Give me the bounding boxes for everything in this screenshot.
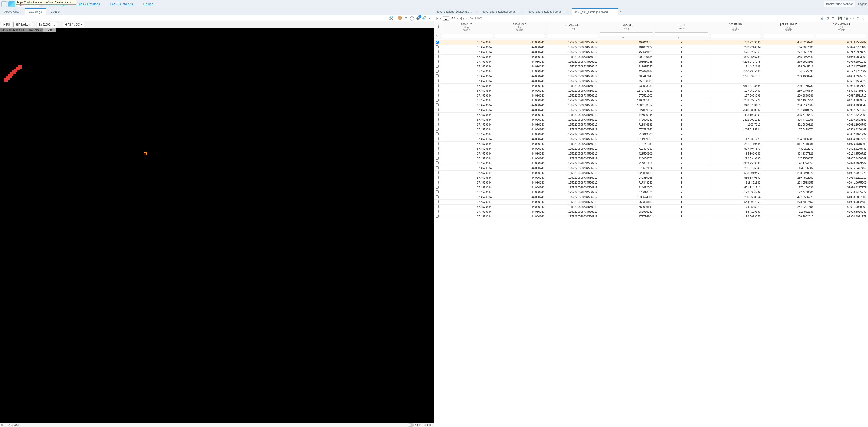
row-checkbox[interactable]: [436, 176, 439, 179]
column-header[interactable]: expMidptMJD(d)double: [815, 22, 868, 32]
table-row[interactable]: 67.4579634-44.08024312522205987345562129…: [434, 108, 868, 113]
column-header[interactable]: diaObjectIdlong: [546, 22, 599, 32]
table-row[interactable]: 67.4579634-44.08024312522205987345562129…: [434, 84, 868, 88]
row-checkbox[interactable]: [436, 50, 439, 53]
table-row[interactable]: 67.4579634-44.08024312522205987345562124…: [434, 151, 868, 156]
filter-cell[interactable]: [709, 32, 762, 40]
row-checkbox[interactable]: [436, 75, 439, 77]
row-checkbox[interactable]: [436, 123, 439, 126]
column-header[interactable]: psfDiffFlux(nJy)double: [709, 22, 762, 32]
pager-last-icon[interactable]: ▸|: [460, 17, 462, 20]
table-row[interactable]: 67.4579634-44.08024312522205987345562126…: [434, 209, 868, 214]
table-row[interactable]: 67.4579634-44.08024312522205987345562121…: [434, 45, 868, 50]
column-header[interactable]: ccdVisitIdlong: [599, 22, 654, 32]
table-row[interactable]: 67.4579634-44.08024312522205987345562122…: [434, 185, 868, 190]
add-column-icon[interactable]: ▯⊕: [844, 16, 848, 21]
row-checkbox[interactable]: [436, 69, 439, 73]
filter-cell[interactable]: [546, 32, 599, 40]
palette-icon[interactable]: 🎨: [397, 16, 402, 21]
table-row[interactable]: 67.4579634-44.08024312522205987345562121…: [434, 195, 868, 200]
settings-icon[interactable]: ⚙: [856, 16, 860, 21]
filter-input[interactable]: [494, 34, 545, 38]
table-tab[interactable]: dp02_dc2_catalogs.ForcedSour...×: [480, 8, 526, 15]
row-checkbox[interactable]: [436, 205, 439, 208]
table-row[interactable]: 67.4579634-44.08024312522205987345562122…: [434, 156, 868, 161]
column-header[interactable]: psfDiffFluxErr(nJy)double: [762, 22, 815, 32]
row-checkbox[interactable]: [436, 215, 439, 218]
tab-coverage[interactable]: Coverage: [25, 8, 46, 15]
table-row[interactable]: 67.4579634-44.08024312522205987345562127…: [434, 180, 868, 185]
table-row[interactable]: 67.4579634-44.08024312522205987345562129…: [434, 200, 868, 204]
close-icon[interactable]: ×: [614, 10, 616, 14]
row-checkbox[interactable]: [436, 181, 439, 184]
table-tab[interactable]: dp02_dc2_catalogs.ForcedSour...×: [572, 8, 618, 15]
filter-cell[interactable]: [493, 32, 546, 40]
row-checkbox[interactable]: [436, 89, 439, 92]
tab-active-chart[interactable]: Active Chart: [0, 8, 25, 15]
info-icon[interactable]: ⓘ: [849, 16, 854, 21]
table-row[interactable]: 67.4579634-44.08024312522205987345562129…: [434, 59, 868, 64]
table-row[interactable]: 67.4579634-44.08024312522205987345562121…: [434, 103, 868, 108]
filter-icon[interactable]: ▽: [826, 16, 830, 21]
filter-input[interactable]: [600, 32, 653, 36]
row-checkbox[interactable]: [436, 137, 439, 140]
row-checkbox[interactable]: [436, 171, 439, 174]
filter-input[interactable]: [655, 32, 708, 36]
row-checkbox[interactable]: [436, 133, 439, 136]
row-checkbox[interactable]: [436, 40, 439, 44]
tab-overflow-icon[interactable]: ▾: [618, 8, 623, 15]
coord-frame-select[interactable]: Eq J2000 ⌃⌄: [37, 22, 58, 27]
filter-cell[interactable]: ▾: [654, 32, 709, 40]
row-checkbox[interactable]: [436, 152, 439, 155]
lock-icon[interactable]: 🔗: [421, 16, 426, 21]
tools-icon[interactable]: 🛠️: [389, 16, 394, 21]
table-row[interactable]: 67.4579634-44.08024312522205987345562127…: [434, 204, 868, 209]
row-checkbox[interactable]: [436, 84, 439, 87]
row-checkbox[interactable]: [436, 195, 439, 198]
table-row[interactable]: 67.4579634-44.08024312522205987345562121…: [434, 171, 868, 175]
close-icon[interactable]: ×: [522, 10, 524, 13]
filter-input[interactable]: [710, 34, 761, 38]
table-row[interactable]: 67.4579634-44.08024312522205987345562121…: [434, 137, 868, 142]
text-size-icon[interactable]: Tᴛ: [832, 16, 836, 21]
column-header[interactable]: coord_ra(deg)double: [440, 22, 493, 32]
pager-next-icon[interactable]: ▸: [457, 17, 458, 20]
nav-dp02-catalogs[interactable]: DP0.2 Catalogs: [74, 1, 103, 7]
table-row[interactable]: 67.4579634-44.08024312522205987345562121…: [434, 88, 868, 93]
table-row[interactable]: 67.4579634-44.08024312522205987345562127…: [434, 146, 868, 151]
layers-icon[interactable]: ◆7: [415, 16, 421, 21]
row-checkbox[interactable]: [436, 46, 439, 48]
table-row[interactable]: 67.4579634-44.08024312522205987345562127…: [434, 79, 868, 84]
close-icon[interactable]: ×: [568, 10, 569, 13]
pager-first-icon[interactable]: |◂: [436, 17, 438, 20]
region-icon[interactable]: ◯: [409, 16, 414, 21]
tab-details[interactable]: Details: [46, 8, 64, 15]
table-row[interactable]: 67.4579634-44.08024312522205987345562124…: [434, 117, 868, 122]
column-header[interactable]: bandchar: [654, 22, 709, 32]
filter-input[interactable]: [763, 34, 814, 38]
pager-prev-icon[interactable]: ◂: [440, 17, 441, 20]
filter-cell[interactable]: [440, 32, 493, 40]
expand-icon[interactable]: ⧉: [1, 423, 3, 427]
table-row[interactable]: 67.4579634-44.08024312522205987345562124…: [434, 69, 868, 74]
row-checkbox[interactable]: [436, 55, 439, 58]
table-row[interactable]: 67.4579634-44.08024312522205987345562126…: [434, 93, 868, 98]
expand-icon[interactable]: ⤢: [427, 16, 432, 21]
row-checkbox[interactable]: [436, 200, 439, 203]
row-checkbox[interactable]: [436, 186, 439, 189]
table-row[interactable]: 67.4579634-44.08024312522205987345562124…: [434, 40, 868, 45]
filter-cell[interactable]: ▾: [599, 32, 654, 40]
table-row[interactable]: 67.4579634-44.08024312522205987345562122…: [434, 175, 868, 180]
row-checkbox[interactable]: [436, 113, 439, 116]
table-row[interactable]: 67.4579634-44.08024312522205987345562127…: [434, 122, 868, 127]
expand-icon[interactable]: ⤢: [862, 16, 866, 21]
click-lock-toggle[interactable]: [407, 423, 414, 427]
row-checkbox[interactable]: [436, 108, 439, 111]
row-checkbox[interactable]: [436, 142, 439, 145]
row-checkbox[interactable]: [436, 104, 439, 106]
filter-icon[interactable]: ▽: [436, 34, 438, 37]
row-checkbox[interactable]: [436, 118, 439, 121]
row-checkbox[interactable]: [436, 65, 439, 68]
table-row[interactable]: 67.4579634-44.08024312522205987345562121…: [434, 64, 868, 69]
microscope-icon[interactable]: 🔬: [820, 16, 824, 21]
